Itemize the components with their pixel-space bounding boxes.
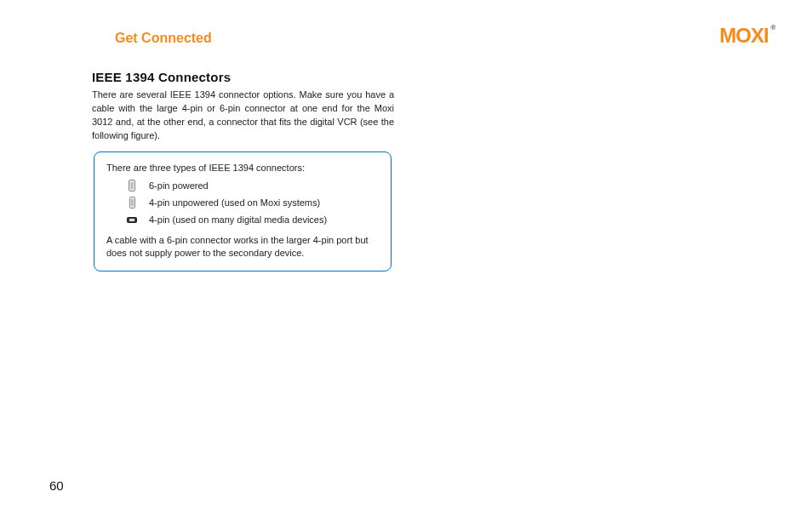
- list-item: 6-pin powered: [125, 178, 379, 193]
- body-paragraph: There are several IEEE 1394 connector op…: [92, 89, 394, 143]
- connector-6pin-icon: [125, 179, 139, 192]
- registered-mark-icon: ®: [771, 24, 776, 31]
- section-header: Get Connected: [115, 31, 212, 46]
- svg-rect-3: [131, 199, 134, 206]
- svg-rect-1: [131, 182, 134, 189]
- list-item-label: 4-pin unpowered (used on Moxi systems): [149, 197, 320, 208]
- callout-footer: A cable with a 6-pin connector works in …: [106, 234, 379, 260]
- svg-rect-5: [129, 219, 134, 221]
- callout-intro: There are three types of IEEE 1394 conne…: [106, 163, 379, 173]
- connector-4pin-tall-icon: [125, 196, 139, 209]
- page-number: 60: [49, 478, 64, 493]
- callout-box: There are three types of IEEE 1394 conne…: [94, 151, 392, 271]
- logo-text: MOXI: [719, 24, 768, 47]
- list-item: 4-pin unpowered (used on Moxi systems): [125, 195, 379, 210]
- connector-4pin-small-icon: [125, 213, 139, 226]
- list-item-label: 4-pin (used on many digital media device…: [149, 214, 327, 225]
- list-item: 4-pin (used on many digital media device…: [125, 212, 379, 227]
- connector-list: 6-pin powered 4-pin unpowered (used on M…: [125, 178, 379, 227]
- logo: MOXI®: [719, 24, 776, 48]
- list-item-label: 6-pin powered: [149, 180, 209, 191]
- content-heading: IEEE 1394 Connectors: [92, 70, 231, 84]
